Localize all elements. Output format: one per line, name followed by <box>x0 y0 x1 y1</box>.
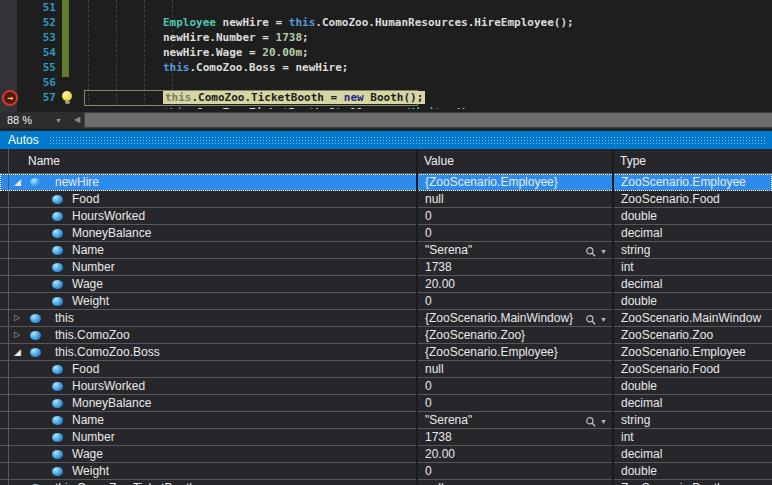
variable-value: 0 <box>425 379 432 393</box>
cell-value: 0 <box>417 463 613 479</box>
table-row[interactable]: FoodnullZooScenario.Food <box>0 191 772 208</box>
cell-name: Food <box>0 191 417 207</box>
variable-type: ZooScenario.Food <box>621 362 720 376</box>
table-row[interactable]: Wage20.00decimal <box>0 276 772 293</box>
horizontal-scrollbar[interactable] <box>84 112 772 128</box>
cell-name: ▷this.ComoZoo <box>0 327 417 343</box>
cell-value: null <box>417 361 613 377</box>
member-icon <box>52 229 63 238</box>
table-row[interactable]: ▷this.ComoZoo{ZooScenario.Zoo}ZooScenari… <box>0 327 772 344</box>
column-header-type[interactable]: Type <box>620 149 646 173</box>
code-line-57[interactable]: 57this.ComoZoo.TicketBooth = new Booth()… <box>0 90 772 105</box>
cell-value: 0 <box>417 293 613 309</box>
variable-value: {ZooScenario.Zoo} <box>425 328 525 342</box>
cell-name: HoursWorked <box>0 378 417 394</box>
code-line-53[interactable]: 53newHire.Number = 1738; <box>0 30 772 45</box>
variable-value: 0 <box>425 396 432 410</box>
text-visualizer-button[interactable]: ▼ <box>585 312 607 326</box>
code-line-51[interactable]: 51 <box>0 0 772 15</box>
zoom-level-combo[interactable]: 88 % ▼ <box>0 112 70 128</box>
chevron-down-icon: ▼ <box>600 414 607 428</box>
table-row[interactable]: Number1738int <box>0 429 772 446</box>
variable-name: this.ComoZoo.TicketBooth <box>55 480 196 485</box>
code-token: new <box>344 91 364 104</box>
column-divider-value[interactable] <box>416 149 418 485</box>
table-row[interactable]: Name"Serena"▼string <box>0 412 772 429</box>
autos-rows: ◢newHire{ZooScenario.Employee}ZooScenari… <box>0 174 772 485</box>
table-row[interactable]: ▷this{ZooScenario.MainWindow}▼ZooScenari… <box>0 310 772 327</box>
table-row[interactable]: ◢this.ComoZoo.Boss{ZooScenario.Employee}… <box>0 344 772 361</box>
expand-expander-icon[interactable]: ▷ <box>14 327 24 343</box>
variable-value: 1738 <box>425 430 452 444</box>
code-line-54[interactable]: 54newHire.Wage = 20.00m; <box>0 45 772 60</box>
code-line-52[interactable]: 52Employee newHire = this.ComoZoo.HumanR… <box>0 15 772 30</box>
variable-name: newHire <box>55 174 99 190</box>
autos-titlebar[interactable]: Autos <box>0 131 772 149</box>
code-token: this <box>163 61 190 74</box>
code-line-55[interactable]: 55this.ComoZoo.Boss = newHire; <box>0 60 772 75</box>
variable-type: ZooScenario.Employee <box>621 175 746 189</box>
lightbulb-glass <box>62 91 72 101</box>
variable-type: string <box>621 413 650 427</box>
table-row[interactable]: HoursWorked0double <box>0 378 772 395</box>
scroll-left-arrow-icon[interactable]: ◀ <box>70 112 84 128</box>
table-row[interactable]: ◢this.ComoZoo.TicketBoothnullZooScenario… <box>0 480 772 485</box>
code-token: newHire = <box>216 16 289 29</box>
table-row[interactable]: ◢newHire{ZooScenario.Employee}ZooScenari… <box>0 174 772 191</box>
collapse-expander-icon[interactable]: ◢ <box>14 174 24 190</box>
variable-value: null <box>425 481 444 485</box>
code-token: newHire.Wage = <box>163 46 262 59</box>
variable-value: 0 <box>425 209 432 223</box>
member-icon <box>52 280 63 289</box>
cell-value: {ZooScenario.Zoo} <box>417 327 613 343</box>
cell-name: Weight <box>0 463 417 479</box>
chevron-down-icon: ▼ <box>55 113 62 129</box>
code-token: ; <box>302 31 309 44</box>
column-header-value[interactable]: Value <box>424 149 454 173</box>
table-row[interactable]: Weight0double <box>0 293 772 310</box>
table-row[interactable]: Weight0double <box>0 463 772 480</box>
variable-type: ZooScenario.Booth <box>621 481 724 485</box>
variable-value: {ZooScenario.Employee} <box>425 175 558 189</box>
cell-name: Food <box>0 361 417 377</box>
expand-expander-icon[interactable]: ▷ <box>14 310 24 326</box>
line-number: 52 <box>0 15 56 30</box>
collapse-expander-icon[interactable]: ◢ <box>14 480 24 485</box>
cell-value: null <box>417 480 613 485</box>
chevron-down-icon: ▼ <box>600 312 607 326</box>
code-text <box>56 0 163 15</box>
member-icon <box>30 331 41 340</box>
code-lines: 5152Employee newHire = this.ComoZoo.Huma… <box>0 0 772 105</box>
table-row[interactable]: MoneyBalance0decimal <box>0 225 772 242</box>
breakpoint-current-statement-icon[interactable]: → <box>2 90 18 106</box>
code-editor[interactable]: 5152Employee newHire = this.ComoZoo.Huma… <box>0 0 772 112</box>
table-row[interactable]: Number1738int <box>0 259 772 276</box>
member-icon <box>52 212 63 221</box>
code-line-56[interactable]: 56 <box>0 75 772 90</box>
table-row[interactable]: MoneyBalance0decimal <box>0 395 772 412</box>
collapse-expander-icon[interactable]: ◢ <box>14 344 24 360</box>
variable-value: "Serena" <box>425 413 472 427</box>
scrollbar-thumb[interactable] <box>85 113 772 127</box>
table-row[interactable]: FoodnullZooScenario.Food <box>0 361 772 378</box>
cell-value: {ZooScenario.Employee} <box>417 344 613 360</box>
lightbulb-icon[interactable] <box>62 91 73 104</box>
cell-name: Name <box>0 242 417 258</box>
variable-value: {ZooScenario.Employee} <box>425 345 558 359</box>
column-header-name[interactable]: Name <box>28 149 60 173</box>
variable-value: null <box>425 192 444 206</box>
code-token: .ComoZoo.HumanResources.HireEmployee(); <box>315 16 573 29</box>
member-icon <box>52 467 63 476</box>
variable-name: Name <box>72 242 104 258</box>
table-row[interactable]: Name"Serena"▼string <box>0 242 772 259</box>
column-divider-type[interactable] <box>612 149 614 485</box>
member-icon <box>30 178 41 187</box>
table-row[interactable]: Wage20.00decimal <box>0 446 772 463</box>
text-visualizer-button[interactable]: ▼ <box>585 414 607 428</box>
text-visualizer-button[interactable]: ▼ <box>585 244 607 258</box>
table-row[interactable]: HoursWorked0double <box>0 208 772 225</box>
zoom-level-value: 88 % <box>7 114 32 126</box>
cell-value: "Serena"▼ <box>417 242 613 258</box>
code-token: ; <box>302 46 309 59</box>
variable-value: "Serena" <box>425 243 472 257</box>
